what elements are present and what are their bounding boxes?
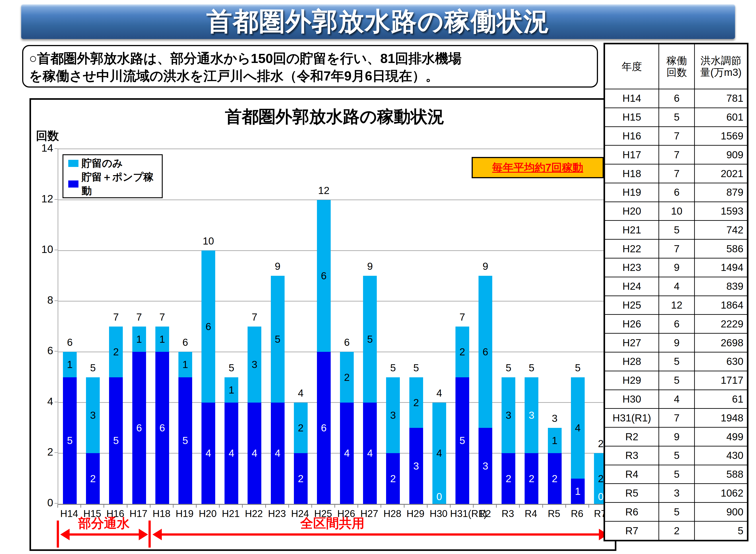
cell-volume: 909 [695,146,747,164]
y-tick-mark-left [55,402,58,402]
x-axis-label: H19 [173,508,196,519]
segment-label: 3 [529,409,535,421]
stacked-bar: 34 [247,327,261,504]
bar-total-label: 3 [552,412,558,424]
y-tick-mark-left [55,351,58,351]
cell-year: H14 [605,89,659,108]
x-tick-mark [265,504,266,508]
cell-volume: 839 [695,277,747,296]
segment-storage-only: 5 [363,276,377,402]
segment-storage-only: 1 [63,352,77,377]
y-tick-mark-left [55,250,58,250]
x-axis-label: H15 [81,508,104,519]
table-row: H244839 [605,277,747,296]
segment-storage-pump: 2 [525,453,538,504]
x-axis-label: R6 [566,508,589,519]
legend-item-storage-only: 貯留のみ [68,157,157,170]
segment-storage-pump: 2 [548,453,562,504]
segment-storage-only: 1 [178,352,192,377]
bar-total-label: 2 [598,438,604,450]
header-year: 年度 [605,44,659,89]
segment-label: 5 [67,435,73,446]
header-operation-count: 稼働 回数 [659,44,695,89]
cell-volume: 1593 [695,202,747,221]
stacked-bar: 14 [225,377,238,504]
bar-column-H22: 347 [243,149,266,504]
segment-storage-pump: 3 [478,428,492,504]
cell-count: 4 [659,390,695,408]
cell-volume: 5 [695,521,747,540]
x-tick-mark [80,504,81,508]
table-row: H215742 [605,221,747,239]
stacked-bar: 4 [432,402,446,504]
bar-column-H15: 325 [81,149,104,504]
bar-column-R4: 325 [520,149,543,504]
stacked-bar: 54 [363,276,377,504]
segment-label: 1 [67,358,73,371]
x-tick-mark [588,504,589,508]
x-axis-label: H30 [427,508,450,519]
summary-line-1: ○首都圏外郭放水路は、部分通水から150回の貯留を行い、81回排水機場 [29,50,591,67]
cell-year: H30 [605,390,659,408]
bar-column-R2: 639 [474,149,497,504]
segment-storage-only: 2 [456,327,469,377]
cell-count: 5 [659,221,695,239]
x-axis-label: H26 [335,508,358,519]
segment-storage-only: 3 [86,377,100,453]
x-tick-mark [473,504,474,508]
segment-label: 1 [182,358,188,371]
segment-label: 1 [575,485,581,497]
segment-label: 4 [575,422,581,434]
x-tick-mark [542,504,543,508]
cell-count: 5 [659,446,695,465]
cell-year: H29 [605,371,659,390]
x-axis-label: H31(R1) [450,508,473,519]
cell-volume: 588 [695,465,747,484]
segment-storage-pump: 4 [225,402,238,504]
segment-storage-only: 5 [271,276,285,402]
segment-label: 4 [252,447,257,459]
segment-label: 4 [229,447,234,459]
segment-label: 5 [113,435,119,446]
stacked-bar: 25 [109,327,123,504]
segment-storage-pump: 4 [247,402,261,504]
cell-volume: 900 [695,503,747,521]
legend-label-storage-only: 貯留のみ [81,157,123,170]
segment-storage-only: 2 [409,377,423,428]
bar-total-label: 5 [575,362,581,374]
bar-total-label: 5 [390,362,396,374]
segment-label: 6 [482,346,488,358]
table-row: R45588 [605,465,747,484]
segment-zero-label: 0 [598,491,604,503]
segment-label: 1 [552,435,558,446]
legend-swatch-storage-pump-icon [68,180,78,187]
x-tick-mark [450,504,451,508]
x-tick-mark [288,504,289,508]
y-tick-mark-left [55,300,58,301]
bar-total-label: 7 [159,311,165,323]
x-tick-mark [127,504,127,508]
bar-column-H20: 6410 [197,149,220,504]
segment-label: 6 [136,422,142,434]
x-axis-label: H22 [242,508,265,519]
cell-year: H18 [605,164,659,183]
cell-volume: 1948 [695,408,747,428]
segment-label: 3 [506,409,511,421]
table-row: H31(R1)71948 [605,408,747,428]
bar-column-H16: 257 [104,149,127,504]
stacked-bar: 16 [155,327,169,504]
bar-total-label: 5 [90,362,96,374]
bar-column-H28: 325 [382,149,405,504]
x-tick-mark [219,504,220,508]
bar-total-label: 5 [413,362,419,374]
y-tick-mark-left [55,503,58,504]
cell-year: R7 [605,521,659,540]
bar-column-H25: 6612 [312,149,335,504]
table-row: R35430 [605,446,747,465]
x-axis-label: H14 [58,508,81,519]
segment-storage-only: 2 [109,327,123,377]
segment-label: 2 [529,473,535,485]
segment-label: 2 [90,473,96,485]
bar-column-H17: 167 [128,149,151,504]
stacked-bar: 22 [294,402,308,504]
